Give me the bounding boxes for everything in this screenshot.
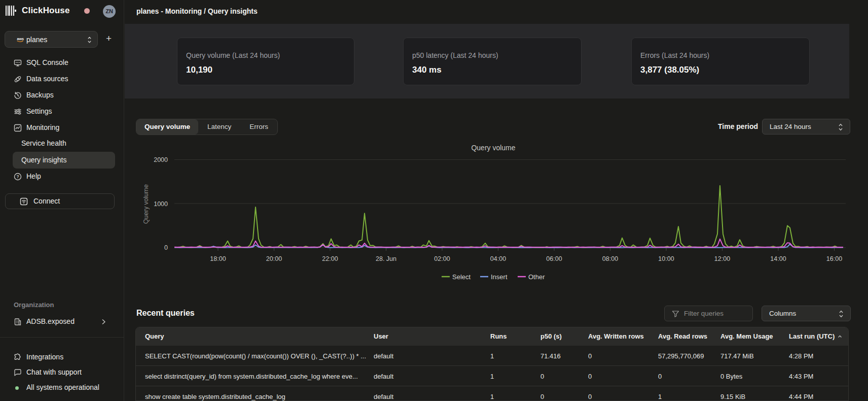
svg-text:?: ? bbox=[16, 174, 19, 179]
svg-text:Query volume: Query volume bbox=[471, 144, 515, 152]
svg-text:28. Jun: 28. Jun bbox=[376, 255, 396, 262]
svg-text:Query volume: Query volume bbox=[142, 184, 150, 224]
svg-text:02:00: 02:00 bbox=[434, 255, 450, 262]
svg-text:14:00: 14:00 bbox=[770, 255, 786, 262]
svg-text:18:00: 18:00 bbox=[210, 255, 226, 262]
svg-text:08:00: 08:00 bbox=[602, 255, 618, 262]
svg-text:06:00: 06:00 bbox=[546, 255, 562, 262]
svg-text:Other: Other bbox=[528, 273, 545, 281]
svg-text:Insert: Insert bbox=[491, 273, 508, 281]
svg-text:22:00: 22:00 bbox=[322, 255, 338, 262]
svg-text:10:00: 10:00 bbox=[658, 255, 674, 262]
svg-text:04:00: 04:00 bbox=[490, 255, 506, 262]
svg-text:0: 0 bbox=[164, 244, 168, 251]
svg-text:1000: 1000 bbox=[154, 201, 168, 208]
svg-text:2000: 2000 bbox=[154, 156, 168, 163]
svg-text:Select: Select bbox=[452, 273, 471, 281]
svg-text:20:00: 20:00 bbox=[266, 255, 282, 262]
svg-text:16:00: 16:00 bbox=[826, 255, 842, 262]
svg-text:aws: aws bbox=[17, 37, 24, 41]
svg-text:12:00: 12:00 bbox=[714, 255, 730, 262]
